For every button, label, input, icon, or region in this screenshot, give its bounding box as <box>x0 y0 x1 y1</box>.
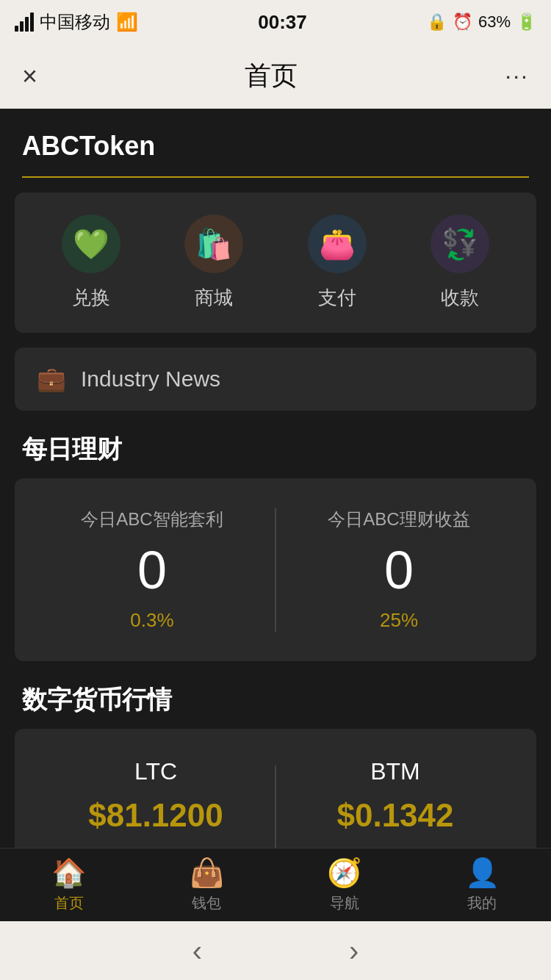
lock-icon: 🔒 <box>427 12 447 32</box>
battery-label: 63% <box>478 12 511 32</box>
finance-right-value: 0 <box>384 540 414 600</box>
status-right: 🔒 ⏰ 63% 🔋 <box>427 12 536 32</box>
market-title: 数字货币行情 <box>0 676 551 729</box>
news-text: Industry News <box>81 367 220 392</box>
finance-right-label: 今日ABC理财收益 <box>328 508 469 531</box>
pay-label: 支付 <box>318 285 356 311</box>
nav-header: × 首页 ··· <box>0 44 551 109</box>
bottom-nav: 🏠 首页 👜 钱包 🧭 导航 👤 我的 <box>0 848 551 921</box>
nav-wallet-label: 钱包 <box>192 893 221 913</box>
action-shop[interactable]: 🛍️ 商城 <box>184 215 243 311</box>
action-exchange[interactable]: 💚 兑换 <box>62 215 120 311</box>
shop-icon: 🛍️ <box>184 215 243 273</box>
brand-section: ABCToken <box>0 109 551 178</box>
nav-profile[interactable]: 👤 我的 <box>465 857 500 913</box>
battery-icon: 🔋 <box>516 12 536 32</box>
nav-home[interactable]: 🏠 首页 <box>51 857 86 913</box>
signal-icon <box>15 12 34 32</box>
wifi-icon: 📶 <box>116 12 138 32</box>
carrier-label: 中国移动 <box>40 10 110 34</box>
quick-actions: 💚 兑换 🛍️ 商城 👛 支付 💱 收款 <box>15 192 536 333</box>
wallet-icon: 👜 <box>190 857 224 889</box>
receive-icon: 💱 <box>431 215 489 273</box>
back-button[interactable]: ‹ <box>192 934 202 968</box>
exchange-label: 兑换 <box>72 285 110 311</box>
compass-icon: 🧭 <box>327 857 361 889</box>
market-right-price: $0.1342 <box>336 797 453 834</box>
pay-icon: 👛 <box>308 215 367 273</box>
page-title: 首页 <box>245 58 298 94</box>
market-left-name: LTC <box>134 758 177 785</box>
news-section[interactable]: 💼 Industry News <box>15 347 536 411</box>
shop-label: 商城 <box>195 285 233 311</box>
market-left-price: $81.1200 <box>88 797 223 834</box>
finance-right: 今日ABC理财收益 0 25% <box>276 500 522 639</box>
finance-left-label: 今日ABC智能套利 <box>81 508 223 531</box>
status-time: 00:37 <box>258 11 307 34</box>
close-button[interactable]: × <box>22 61 37 92</box>
finance-card: 今日ABC智能套利 0 0.3% 今日ABC理财收益 0 25% <box>15 478 536 661</box>
finance-left-value: 0 <box>137 540 167 600</box>
nav-navigation-label: 导航 <box>330 893 359 913</box>
exchange-icon: 💚 <box>62 215 120 273</box>
news-icon: 💼 <box>37 365 66 393</box>
ios-bottom-bar: ‹ › <box>0 921 551 980</box>
home-icon: 🏠 <box>51 857 86 889</box>
nav-profile-label: 我的 <box>467 893 497 913</box>
market-right-name: BTM <box>370 758 420 785</box>
receive-label: 收款 <box>441 285 479 311</box>
daily-finance-title: 每日理财 <box>0 425 551 478</box>
nav-home-label: 首页 <box>54 893 84 913</box>
nav-wallet[interactable]: 👜 钱包 <box>190 857 224 913</box>
status-left: 中国移动 📶 <box>15 10 138 34</box>
more-button[interactable]: ··· <box>505 62 529 90</box>
status-bar: 中国移动 📶 00:37 🔒 ⏰ 63% 🔋 <box>0 0 551 44</box>
finance-left-pct: 0.3% <box>130 609 173 632</box>
brand-title: ABCToken <box>22 131 529 178</box>
alarm-icon: ⏰ <box>453 12 472 32</box>
finance-left: 今日ABC智能套利 0 0.3% <box>29 500 275 639</box>
action-receive[interactable]: 💱 收款 <box>431 215 489 311</box>
finance-right-pct: 25% <box>380 609 418 632</box>
forward-button[interactable]: › <box>349 934 359 968</box>
profile-icon: 👤 <box>465 857 500 889</box>
nav-navigation[interactable]: 🧭 导航 <box>327 857 361 913</box>
action-pay[interactable]: 👛 支付 <box>308 215 367 311</box>
